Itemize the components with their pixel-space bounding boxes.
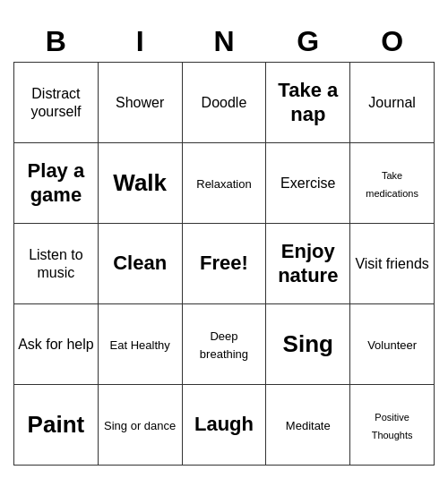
bingo-cell: Journal [350, 63, 435, 143]
bingo-row: PaintSing or danceLaughMeditatePositive … [14, 385, 435, 466]
bingo-cell: Shower [98, 63, 182, 143]
bingo-cell: Sing or dance [98, 385, 182, 466]
bingo-cell: Free! [182, 224, 266, 304]
bingo-header-letter: O [350, 21, 435, 63]
bingo-cell: Laugh [182, 385, 266, 466]
bingo-row: Listen to musicCleanFree!Enjoy natureVis… [14, 224, 435, 304]
bingo-header-letter: G [266, 21, 350, 63]
bingo-cell: Meditate [266, 385, 350, 466]
bingo-cell: Eat Healthy [98, 304, 182, 385]
bingo-cell: Deep breathing [182, 304, 266, 385]
bingo-header-letter: B [14, 21, 99, 63]
bingo-cell: Enjoy nature [266, 224, 350, 304]
bingo-cell: Positive Thoughts [350, 385, 435, 466]
bingo-header-letter: N [182, 21, 266, 63]
bingo-cell: Volunteer [350, 304, 435, 385]
bingo-card: BINGO Distract yourselfShowerDoodleTake … [13, 21, 435, 466]
bingo-cell: Listen to music [14, 224, 99, 304]
bingo-header: BINGO [14, 21, 435, 63]
bingo-cell: Play a game [14, 143, 99, 224]
bingo-cell: Ask for help [14, 304, 99, 385]
bingo-cell: Exercise [266, 143, 350, 224]
bingo-cell: Sing [266, 304, 350, 385]
bingo-header-letter: I [98, 21, 182, 63]
bingo-cell: Walk [98, 143, 182, 224]
bingo-row: Distract yourselfShowerDoodleTake a napJ… [14, 63, 435, 143]
bingo-row: Ask for helpEat HealthyDeep breathingSin… [14, 304, 435, 385]
bingo-cell: Relaxation [182, 143, 266, 224]
bingo-cell: Paint [14, 385, 99, 466]
bingo-cell: Clean [98, 224, 182, 304]
bingo-cell: Distract yourself [14, 63, 99, 143]
bingo-row: Play a gameWalkRelaxationExerciseTake me… [14, 143, 435, 224]
bingo-cell: Visit friends [350, 224, 435, 304]
bingo-cell: Doodle [182, 63, 266, 143]
bingo-cell: Take a nap [266, 63, 350, 143]
bingo-cell: Take medications [350, 143, 435, 224]
